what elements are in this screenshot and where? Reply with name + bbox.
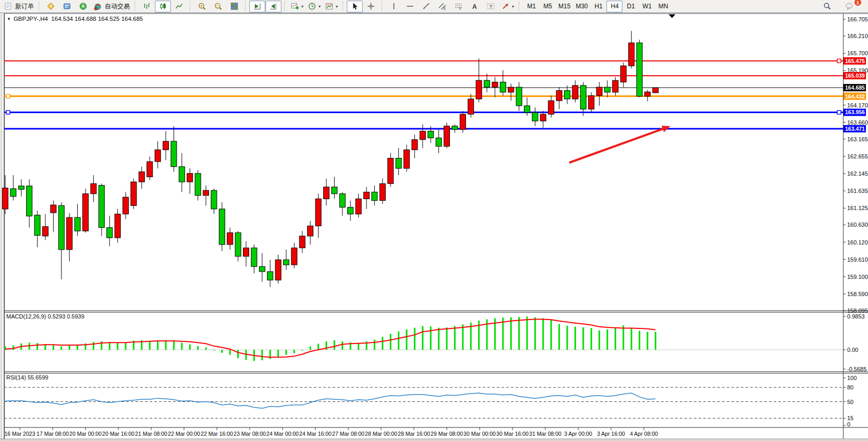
candle bbox=[565, 91, 570, 99]
chat-icon bbox=[845, 2, 854, 10]
timeframe-h4[interactable]: H4 bbox=[606, 1, 622, 13]
arrows-button[interactable]: ▾ bbox=[499, 1, 516, 13]
price-badge-label: 165.475 bbox=[845, 58, 865, 64]
chart-canvas[interactable]: 166.705166.210165.700165.190164.170163.6… bbox=[0, 13, 868, 441]
candle bbox=[428, 131, 434, 138]
timeframe-h1[interactable]: H1 bbox=[590, 1, 606, 13]
macd-indicator-label: MACD(12,26,9) 0.5293 0.5939 bbox=[6, 313, 84, 320]
timeframe-m5[interactable]: M5 bbox=[539, 1, 555, 13]
timeframe-w1[interactable]: W1 bbox=[639, 1, 655, 13]
new-order-button[interactable]: 新订单 bbox=[2, 1, 36, 13]
indicators-button[interactable]: ▾ bbox=[288, 1, 305, 13]
chart-shift-button[interactable] bbox=[265, 1, 282, 13]
cursor-button[interactable] bbox=[347, 1, 363, 13]
candle bbox=[99, 185, 104, 227]
price-tick-label: 162.145 bbox=[847, 170, 868, 177]
line-handle[interactable] bbox=[6, 94, 10, 98]
candlestick-chart-button[interactable] bbox=[155, 1, 171, 13]
time-tick-label: 31 Mar 08:00 bbox=[529, 431, 561, 437]
fibonacci-button[interactable]: F bbox=[450, 1, 467, 13]
time-tick-label: 4 Apr 08:00 bbox=[630, 431, 658, 437]
candle bbox=[508, 87, 514, 92]
autotrade-button[interactable]: 自动交易 bbox=[91, 1, 132, 13]
equidistant-channel-button[interactable]: E bbox=[434, 1, 450, 13]
hline-icon bbox=[406, 2, 414, 10]
timeframe-m1[interactable]: M1 bbox=[523, 1, 539, 13]
periods-button[interactable]: ▾ bbox=[305, 1, 323, 13]
candle bbox=[227, 232, 233, 244]
candle bbox=[267, 272, 273, 280]
toolbar-separator bbox=[284, 2, 286, 11]
price-badge-label: 165.039 bbox=[845, 72, 865, 79]
bar-chart-button[interactable] bbox=[139, 1, 155, 13]
candle bbox=[10, 189, 16, 197]
candle bbox=[187, 174, 193, 182]
text-button[interactable]: A bbox=[467, 1, 483, 13]
candles-icon bbox=[158, 2, 167, 10]
timeframe-m30[interactable]: M30 bbox=[572, 1, 590, 13]
price-tick-label: 161.125 bbox=[847, 205, 868, 211]
candle bbox=[596, 87, 602, 95]
time-tick-label: 3 Apr 16:00 bbox=[597, 431, 625, 437]
price-tick-label: 158.590 bbox=[847, 291, 868, 297]
zoom-in-button[interactable] bbox=[194, 1, 210, 13]
candle bbox=[444, 126, 450, 146]
timeframe-mn[interactable]: MN bbox=[655, 1, 671, 13]
time-tick-label: 20 Mar 16:00 bbox=[102, 431, 135, 437]
price-tick-label: 160.120 bbox=[847, 239, 868, 246]
label-button[interactable]: T bbox=[483, 1, 499, 13]
dropdown-caret-icon: ▾ bbox=[336, 4, 338, 9]
candle bbox=[524, 106, 530, 113]
horizontal-line-button[interactable] bbox=[402, 1, 418, 13]
tile-windows-button[interactable] bbox=[226, 1, 242, 13]
rsi-tick-label: 100 bbox=[847, 375, 857, 381]
timeframe-d1[interactable]: D1 bbox=[622, 1, 639, 13]
shift-indent-icon bbox=[269, 2, 278, 10]
candle bbox=[27, 186, 32, 216]
timeframe-h1-label: H1 bbox=[595, 3, 603, 10]
toolbar-separator bbox=[190, 2, 192, 11]
price-badge-label: 164.685 bbox=[845, 84, 865, 91]
line-chart-icon bbox=[175, 2, 184, 10]
timeframe-m15[interactable]: M15 bbox=[555, 1, 572, 13]
trendline-button[interactable] bbox=[418, 1, 434, 13]
candle bbox=[516, 87, 522, 106]
navigator-button[interactable] bbox=[75, 1, 91, 13]
price-tick-label: 159.610 bbox=[847, 256, 868, 263]
cursor-icon bbox=[350, 2, 359, 10]
notifications-button[interactable]: 1 bbox=[841, 1, 858, 13]
candle bbox=[412, 140, 418, 150]
line-handle[interactable] bbox=[837, 59, 841, 63]
line-handle[interactable] bbox=[6, 111, 10, 114]
line-handle[interactable] bbox=[837, 111, 841, 114]
search-icon bbox=[823, 2, 832, 10]
candle bbox=[548, 101, 554, 114]
time-tick-label: 30 Mar 00:00 bbox=[463, 431, 496, 437]
collapse-arrow-icon[interactable]: ▼ bbox=[7, 17, 11, 21]
auto-scroll-button[interactable] bbox=[249, 1, 265, 13]
price-tick-label: 163.660 bbox=[847, 119, 868, 126]
toolbar-separator bbox=[343, 2, 345, 11]
dropdown-caret-icon: ▾ bbox=[512, 4, 514, 9]
candle bbox=[203, 190, 209, 195]
vline-icon bbox=[389, 2, 398, 10]
toolbar-separator bbox=[382, 2, 384, 11]
candle bbox=[155, 150, 161, 162]
market-watch-button[interactable] bbox=[43, 1, 59, 13]
price-tick-label: 166.705 bbox=[847, 16, 868, 22]
zoom-out-button[interactable] bbox=[210, 1, 226, 13]
data-window-button[interactable] bbox=[59, 1, 75, 13]
candle bbox=[380, 183, 385, 200]
candle bbox=[179, 167, 185, 182]
dropdown-caret-icon: ▾ bbox=[319, 4, 321, 9]
candle bbox=[629, 43, 634, 66]
time-tick-label: 22 Mar 16:00 bbox=[201, 431, 233, 437]
candle bbox=[556, 91, 562, 101]
search-button[interactable] bbox=[819, 1, 835, 13]
macd-tick-label: -0.5685 bbox=[847, 366, 866, 372]
templates-button[interactable]: ▾ bbox=[323, 1, 340, 13]
candle bbox=[356, 199, 361, 214]
vertical-line-button[interactable] bbox=[386, 1, 402, 13]
crosshair-button[interactable] bbox=[363, 1, 379, 13]
line-chart-button[interactable] bbox=[171, 1, 187, 13]
